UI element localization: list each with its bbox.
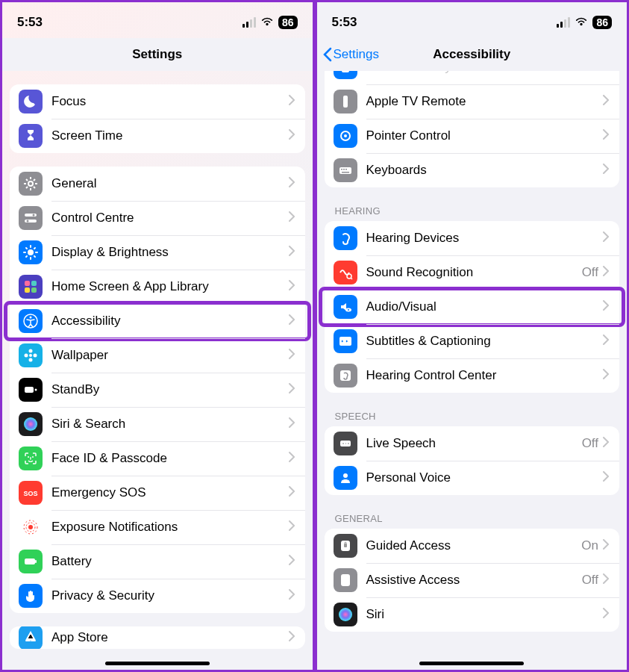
settings-row-wallpaper[interactable]: Wallpaper — [10, 338, 305, 373]
row-label: Subtitles & Captioning — [366, 334, 604, 349]
chevron-right-icon — [289, 177, 295, 190]
chevron-right-icon — [603, 539, 609, 553]
row-label: Exposure Notifications — [51, 520, 289, 535]
chevron-right-icon — [603, 95, 609, 108]
back-button[interactable]: Settings — [323, 47, 379, 62]
live-speech-icon — [334, 432, 357, 455]
gear-icon — [19, 172, 43, 196]
settings-row-standby[interactable]: StandBy — [10, 373, 305, 407]
row-label: Audio/Visual — [366, 299, 604, 314]
back-label: Settings — [334, 47, 379, 62]
settings-row-battery[interactable]: Battery — [10, 544, 305, 579]
settings-row-audio-visual[interactable]: Audio/Visual — [325, 290, 620, 324]
settings-row-emergency-sos[interactable]: Emergency SOS — [10, 476, 305, 510]
settings-group: Hearing DevicesSound RecognitionOffAudio… — [325, 221, 620, 393]
nav-bar: Settings Accessibility — [317, 38, 628, 71]
settings-row-siri-search[interactable]: Siri & Search — [10, 407, 305, 441]
settings-row-control-nearby-devices[interactable]: Control Nearby Devices — [325, 71, 620, 84]
chevron-right-icon — [289, 211, 295, 225]
assistive-icon — [334, 568, 357, 592]
settings-row-guided-access[interactable]: Guided AccessOn — [325, 529, 620, 563]
captions-icon — [334, 329, 357, 353]
chevron-right-icon — [603, 300, 609, 314]
chevron-right-icon — [603, 129, 609, 143]
row-label: Personal Voice — [366, 470, 604, 485]
row-label: Display & Brightness — [51, 245, 289, 260]
moon-icon — [19, 90, 43, 113]
settings-row-siri[interactable]: Siri — [325, 597, 620, 632]
settings-row-face-id-passcode[interactable]: Face ID & Passcode — [10, 441, 305, 476]
settings-row-subtitles-captioning[interactable]: Subtitles & Captioning — [325, 324, 620, 358]
row-label: Privacy & Security — [51, 588, 289, 603]
row-label: Battery — [51, 554, 289, 569]
settings-row-privacy-security[interactable]: Privacy & Security — [10, 579, 305, 613]
home-indicator[interactable] — [419, 662, 524, 665]
section-header-speech: Speech — [317, 393, 628, 426]
settings-row-sound-recognition[interactable]: Sound RecognitionOff — [325, 255, 620, 290]
settings-row-home-screen-app-library[interactable]: Home Screen & App Library — [10, 270, 305, 304]
chevron-right-icon — [603, 573, 609, 587]
settings-row-personal-voice[interactable]: Personal Voice — [325, 461, 620, 495]
section-header-hearing: Hearing — [317, 187, 628, 221]
row-label: Siri — [366, 607, 604, 622]
settings-group: Live SpeechOffPersonal Voice — [325, 426, 620, 495]
row-label: Apple TV Remote — [366, 94, 604, 109]
row-label: Emergency SOS — [51, 485, 289, 500]
row-value: On — [581, 538, 598, 553]
settings-row-app-store[interactable]: App Store — [10, 626, 305, 649]
settings-row-hearing-control-center[interactable]: Hearing Control Center — [325, 358, 620, 393]
settings-row-apple-tv-remote[interactable]: Apple TV Remote — [325, 84, 620, 119]
hourglass-icon — [19, 124, 43, 148]
battery-level: 86 — [592, 16, 612, 29]
chevron-right-icon — [289, 383, 295, 396]
settings-row-live-speech[interactable]: Live SpeechOff — [325, 426, 620, 461]
status-bar: 5:53 86 — [2, 2, 313, 38]
chevron-right-icon — [289, 417, 295, 431]
wifi-icon — [260, 15, 274, 30]
row-label: Assistive Access — [366, 573, 582, 588]
siri-icon — [19, 412, 43, 436]
status-time: 5:53 — [17, 15, 43, 30]
settings-row-keyboards[interactable]: Keyboards — [325, 153, 620, 187]
settings-row-display-brightness[interactable]: Display & Brightness — [10, 235, 305, 270]
home-indicator[interactable] — [105, 662, 210, 665]
row-label: StandBy — [51, 382, 289, 397]
settings-row-assistive-access[interactable]: Assistive AccessOff — [325, 563, 620, 597]
settings-row-screen-time[interactable]: Screen Time — [10, 119, 305, 153]
settings-row-hearing-devices[interactable]: Hearing Devices — [325, 221, 620, 255]
settings-row-accessibility[interactable]: Accessibility — [10, 304, 305, 338]
settings-row-focus[interactable]: Focus — [10, 84, 305, 119]
row-label: Guided Access — [366, 538, 582, 553]
section-header-general: General — [317, 495, 628, 529]
row-label: Live Speech — [366, 436, 582, 451]
standby-icon — [19, 378, 43, 402]
chevron-right-icon — [289, 589, 295, 603]
faceid-icon — [19, 447, 43, 470]
settings-row-exposure-notifications[interactable]: Exposure Notifications — [10, 510, 305, 544]
chevron-right-icon — [289, 486, 295, 500]
chevron-right-icon — [289, 280, 295, 293]
row-label: Sound Recognition — [366, 265, 582, 280]
siri-icon — [334, 603, 357, 626]
cellular-icon — [557, 17, 570, 28]
row-label: Wallpaper — [51, 348, 289, 363]
row-value: Off — [582, 573, 598, 588]
settings-screen: 5:53 86 Settings FocusScreen TimeGeneral… — [0, 0, 315, 672]
appstore-icon — [19, 626, 43, 649]
settings-row-pointer-control[interactable]: Pointer Control — [325, 119, 620, 153]
personal-voice-icon — [334, 466, 357, 490]
battery-icon — [19, 550, 43, 573]
row-label: Accessibility — [51, 314, 289, 329]
chevron-right-icon — [603, 608, 609, 621]
hearing-ctrl-icon — [334, 364, 357, 388]
settings-group: App Store — [10, 626, 305, 649]
settings-row-control-centre[interactable]: Control Centre — [10, 201, 305, 235]
chevron-right-icon — [289, 520, 295, 534]
settings-row-general[interactable]: General — [10, 167, 305, 201]
row-label: Face ID & Passcode — [51, 451, 289, 466]
page-title: Settings — [132, 47, 182, 62]
settings-group: GeneralControl CentreDisplay & Brightnes… — [10, 167, 305, 613]
hand-icon — [19, 584, 43, 608]
chevron-right-icon — [603, 471, 609, 485]
chevron-right-icon — [289, 314, 295, 328]
